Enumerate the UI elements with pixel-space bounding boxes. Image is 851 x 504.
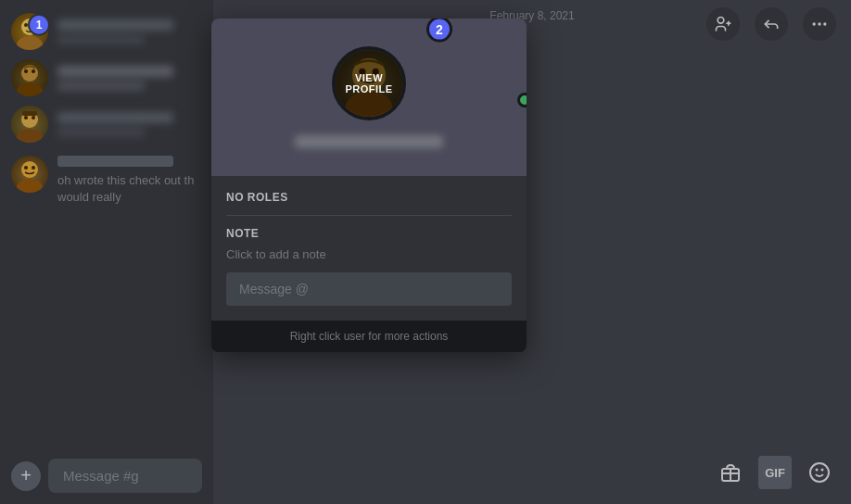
top-toolbar <box>692 0 851 48</box>
note-section: NOTE Click to add a note <box>226 227 512 261</box>
profile-header: VIEW PROFILE 2 <box>211 19 527 176</box>
svg-point-1 <box>17 36 43 50</box>
user-content-3 <box>57 112 202 137</box>
message-input-left[interactable]: Message #g <box>48 459 202 493</box>
svg-point-22 <box>823 22 826 25</box>
profile-avatar-container: VIEW PROFILE 2 <box>332 46 406 120</box>
profile-popup: VIEW PROFILE 2 NO ROLES NOTE Click to ad… <box>211 19 527 352</box>
svg-point-4 <box>21 65 38 82</box>
left-sidebar: 1 <box>0 0 213 504</box>
user-item-4[interactable]: oh wrote this check out th would really <box>4 148 210 209</box>
gift-button[interactable] <box>714 456 747 489</box>
view-profile-label: VIEW PROFILE <box>336 72 402 94</box>
add-friend-button[interactable] <box>706 7 740 41</box>
svg-point-9 <box>17 129 43 143</box>
avatar-4 <box>11 156 48 193</box>
svg-point-5 <box>17 82 43 96</box>
username-bar <box>295 135 443 148</box>
avatar-wrapper-1: 1 <box>11 13 48 50</box>
user-name-bar-2 <box>57 66 173 77</box>
badge-1: 1 <box>28 14 50 36</box>
profile-body: NO ROLES NOTE Click to add a note Messag… <box>211 176 527 321</box>
right-click-hint: Right click user for more actions <box>211 321 527 352</box>
user-msg-bar-1 <box>57 35 145 44</box>
more-button[interactable] <box>803 7 836 41</box>
gif-button[interactable]: GIF <box>758 456 792 489</box>
user-list: 1 <box>0 0 213 451</box>
avatar-wrapper-2 <box>11 59 48 96</box>
avatar-wrapper-4 <box>11 156 48 193</box>
svg-point-21 <box>818 22 820 25</box>
note-placeholder[interactable]: Click to add a note <box>226 247 512 261</box>
svg-point-13 <box>21 161 38 178</box>
svg-point-15 <box>24 166 28 170</box>
note-label: NOTE <box>226 227 512 240</box>
svg-point-20 <box>813 22 816 25</box>
avatar-wrapper-3 <box>11 106 48 143</box>
app-container: 1 <box>0 0 851 504</box>
user-name-bar-1 <box>57 19 173 31</box>
divider-1 <box>226 215 512 216</box>
online-dot <box>517 93 527 107</box>
profile-avatar-large[interactable]: VIEW PROFILE <box>332 46 406 120</box>
bottom-right-icons: GIF <box>714 456 836 489</box>
user-name-bar-4 <box>57 156 173 167</box>
user-msg-bar-3 <box>57 128 145 137</box>
no-roles-label: NO ROLES <box>226 191 512 204</box>
user-name-bar-3 <box>57 112 173 123</box>
message-text-4: oh wrote this check out th would really <box>57 172 202 206</box>
avatar-2 <box>11 59 48 96</box>
user-msg-bar-2 <box>57 82 145 91</box>
message-input-area-left: + Message #g <box>0 451 213 504</box>
svg-point-7 <box>32 69 35 73</box>
svg-point-11 <box>32 116 35 120</box>
add-button[interactable]: + <box>11 461 41 491</box>
reply-button[interactable] <box>755 7 788 41</box>
badge-2: 2 <box>426 19 452 43</box>
svg-point-16 <box>32 166 35 170</box>
no-roles-section: NO ROLES <box>226 191 512 204</box>
svg-point-6 <box>24 69 28 73</box>
svg-point-14 <box>17 179 43 193</box>
message-input-popup[interactable]: Message @ <box>226 272 512 306</box>
user-content-4: oh wrote this check out th would really <box>57 156 202 206</box>
svg-rect-12 <box>22 111 37 116</box>
user-content-2 <box>57 66 202 91</box>
svg-point-17 <box>718 18 724 24</box>
avatar-3 <box>11 106 48 143</box>
user-item-2[interactable] <box>4 56 210 100</box>
svg-point-10 <box>24 116 28 120</box>
emoji-button[interactable] <box>803 456 836 489</box>
user-item-1[interactable]: 1 <box>4 9 210 54</box>
user-item-3[interactable] <box>4 102 210 146</box>
user-content-1 <box>57 19 202 44</box>
svg-point-24 <box>810 463 829 482</box>
view-profile-overlay[interactable]: VIEW PROFILE <box>336 50 402 117</box>
